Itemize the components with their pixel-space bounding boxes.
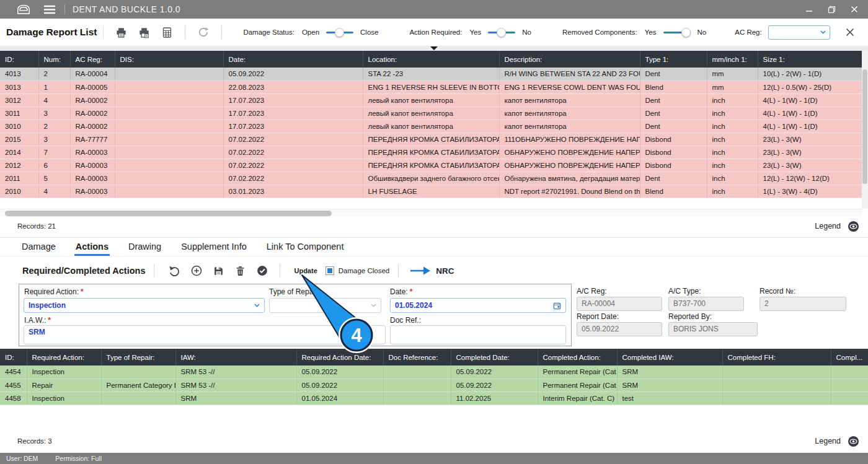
column-header[interactable]: Completed Date: xyxy=(451,349,538,366)
filter-toggle[interactable] xyxy=(326,28,353,37)
verify-badge-icon[interactable] xyxy=(256,265,268,277)
update-button[interactable]: Update xyxy=(294,267,317,274)
cell: левый капот вентилятора xyxy=(363,94,499,107)
column-header[interactable]: Size 1: xyxy=(758,51,862,68)
column-header[interactable]: Required Action Date: xyxy=(296,349,383,366)
divider xyxy=(64,4,65,14)
filter-option-left[interactable]: Yes xyxy=(645,28,657,36)
table-row[interactable]: 20126RA-0000307.02.2022ПЕРЕДНЯЯ КРОМКА С… xyxy=(0,159,862,172)
column-header[interactable]: Completed FH: xyxy=(722,349,831,366)
cell: 12(L) - 12(W) - 12(D) xyxy=(758,172,862,185)
column-header[interactable]: Completed IAW: xyxy=(617,349,722,366)
cell: inch xyxy=(707,133,758,146)
damage-closed-checkbox[interactable] xyxy=(326,266,334,275)
cell: ОБНАРУЖЕНО ПОВРЕЖДЕНИЕ НАПЕРЕЖНЕЙ... xyxy=(499,159,640,172)
tab-damage[interactable]: Damage xyxy=(20,238,57,256)
column-header[interactable]: Compl... xyxy=(831,349,868,366)
column-header[interactable]: Date: xyxy=(223,51,363,68)
tab-link-to-component[interactable]: Link To Component xyxy=(265,238,345,256)
table-row[interactable]: 20153RA-7777707.02.2022ПЕРЕДНЯЯ КРОМКА С… xyxy=(0,133,862,146)
column-header[interactable]: DIS: xyxy=(115,51,223,68)
doc-ref-input[interactable] xyxy=(390,325,566,344)
cell: 4454 xyxy=(0,366,27,379)
cell: 03.01.2023 xyxy=(223,185,363,198)
cell: капот вентилятора xyxy=(499,94,640,107)
tab-supplement-info[interactable]: Supplement Info xyxy=(180,238,248,256)
close-button[interactable] xyxy=(851,6,858,13)
print-report-icon[interactable] xyxy=(138,27,150,38)
column-header[interactable]: ID: xyxy=(0,349,27,366)
table-row[interactable]: 30102RA-0000217.07.2023левый капот венти… xyxy=(0,120,862,133)
delete-icon[interactable] xyxy=(234,265,246,277)
column-header[interactable]: IAW: xyxy=(175,349,296,366)
table-row[interactable]: 20147RA-0000307.02.2022ПЕРЕДНЯЯ КРОМКА С… xyxy=(0,146,862,159)
report-date-info-label: Report Date: xyxy=(577,312,619,321)
cell: 17.07.2023 xyxy=(223,107,363,120)
tab-drawing[interactable]: Drawing xyxy=(127,238,162,256)
tab-actions[interactable]: Actions xyxy=(74,238,110,256)
filter-option-right[interactable]: Close xyxy=(360,28,378,36)
refresh-icon[interactable] xyxy=(197,26,210,38)
close-panel-icon[interactable] xyxy=(846,28,854,37)
reported-by-info-label: Reported By: xyxy=(668,312,712,321)
column-header[interactable]: Type 1: xyxy=(640,51,707,68)
table-row[interactable]: 4454InspectionSRM 53 -//05.09.202205.09.… xyxy=(0,366,868,379)
column-header[interactable]: Completed Action: xyxy=(538,349,617,366)
column-header[interactable]: Required Action: xyxy=(27,349,101,366)
export-grid-icon[interactable] xyxy=(161,27,173,38)
type-of-repair-select[interactable] xyxy=(269,298,381,313)
detail-tabbar: DamageActionsDrawingSupplement InfoLink … xyxy=(0,237,868,256)
table-row[interactable]: 4455RepairPermanent Category B (...SRM 5… xyxy=(0,379,868,392)
table-row[interactable]: 4458InspectionSRM01.05.202411.02.2025Int… xyxy=(0,392,868,405)
ac-reg-dropdown[interactable] xyxy=(768,25,830,40)
table-row[interactable]: 20115RA-0000307.02.2022Обшивкадвери задн… xyxy=(0,172,862,185)
toggle-knob[interactable] xyxy=(335,28,344,37)
column-header[interactable]: Type of Repair: xyxy=(101,349,175,366)
table-row[interactable]: 40132RA-0000405.09.2022STA 22 -23R/H WIN… xyxy=(0,68,862,81)
horizontal-scrollbar-thumb[interactable] xyxy=(5,211,332,216)
column-header[interactable]: mm/inch 1: xyxy=(707,51,758,68)
column-header[interactable]: Location: xyxy=(363,51,499,68)
toggle-knob[interactable] xyxy=(497,28,506,37)
cell: SRM xyxy=(617,379,722,392)
filter-option-right[interactable]: No xyxy=(698,28,707,36)
column-header[interactable]: Description: xyxy=(499,51,640,68)
filter-option-left[interactable]: Yes xyxy=(469,28,481,36)
toggle-knob[interactable] xyxy=(681,28,691,37)
column-header[interactable]: Num: xyxy=(38,51,70,68)
iaw-input[interactable]: SRM xyxy=(24,325,386,344)
filter-toggle[interactable] xyxy=(663,28,691,37)
damage-closed-label[interactable]: Damage Closed xyxy=(339,267,389,274)
menu-icon[interactable] xyxy=(43,5,56,14)
minimize-button[interactable] xyxy=(805,6,813,13)
column-header[interactable]: ID: xyxy=(0,51,38,68)
vertical-scrollbar-thumb[interactable] xyxy=(862,69,867,184)
calendar-icon[interactable] xyxy=(553,302,561,310)
table-row[interactable]: 30124RA-0000217.07.2023левый капот венти… xyxy=(0,94,862,107)
legend-eye-icon[interactable] xyxy=(848,436,859,447)
filter-option-left[interactable]: Open xyxy=(302,28,319,36)
undo-icon[interactable] xyxy=(168,265,180,277)
column-header[interactable]: Doc Reference: xyxy=(383,349,451,366)
splitter-arrow-icon[interactable] xyxy=(430,46,438,50)
required-action-select[interactable]: Inspection xyxy=(24,298,265,313)
add-icon[interactable] xyxy=(190,265,203,277)
save-icon[interactable] xyxy=(213,265,224,277)
app-icon xyxy=(16,4,31,15)
records-count: Records: 21 xyxy=(17,222,56,230)
column-header[interactable]: AC Reg: xyxy=(70,51,115,68)
table-row[interactable]: 30131RA-0000522.08.2023ENG 1 REVERSE RH … xyxy=(0,81,862,94)
restore-button[interactable] xyxy=(828,6,836,14)
nrc-button[interactable]: NRC xyxy=(410,266,454,276)
cell: 4458 xyxy=(0,392,27,405)
date-input[interactable]: 01.05.2024 xyxy=(390,298,566,313)
cell: 4013 xyxy=(0,68,38,81)
filter-toggle[interactable] xyxy=(488,28,515,37)
print-icon[interactable] xyxy=(115,27,127,38)
cell: 4(L) - 1(W) - 1(D) xyxy=(758,107,862,120)
table-row[interactable]: 30113RA-0000217.07.2023левый капот венти… xyxy=(0,107,862,120)
filter-label: Damage Status: xyxy=(243,28,294,36)
table-row[interactable]: 20104RA-0000303.01.2023LH FUSELAGENDT re… xyxy=(0,185,862,198)
legend-eye-icon[interactable] xyxy=(848,221,859,232)
filter-option-right[interactable]: No xyxy=(522,28,531,36)
